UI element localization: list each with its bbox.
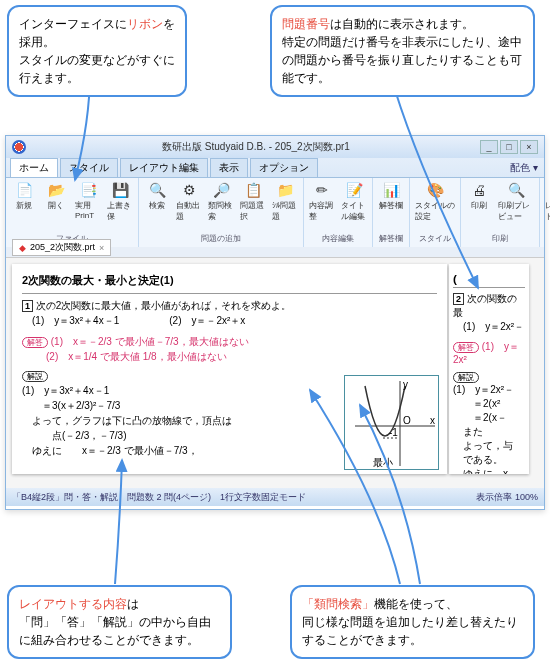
answer-button[interactable]: 📊解答欄 bbox=[376, 180, 406, 212]
tab-option[interactable]: オプション bbox=[250, 158, 318, 177]
app-window: 数研出版 Studyaid D.B. - 205_2次関数.pr1 _ □ × … bbox=[5, 135, 545, 510]
callout-ribbon: インターフェイスにリボンを採用。 スタイルの変更などがすぐに行えます。 bbox=[7, 5, 187, 97]
page-title: 2次関数の最大・最小と決定(1) bbox=[22, 272, 437, 289]
fileq-button[interactable]: 📁ｼﾙ問題題 bbox=[270, 180, 300, 223]
status-zoom[interactable]: 表示倍率 100% bbox=[476, 491, 538, 504]
svg-text:最小: 最小 bbox=[373, 457, 393, 468]
callout-similar: 「類問検索」機能を使って、 同じ様な問題を追加したり差し替えたりすることができま… bbox=[290, 585, 535, 659]
graph: O y x -1 最小 bbox=[344, 375, 439, 470]
ribbon-group-answer: 📊解答欄 解答欄 bbox=[373, 178, 410, 247]
edit-icon: ✏ bbox=[313, 181, 331, 199]
page-2[interactable]: ( 2 次の関数の最 (1) y＝2x²－ 解答 (1) y＝2x² 解説 (1… bbox=[449, 264, 529, 474]
doc-icon: ◆ bbox=[19, 243, 26, 253]
style-set-button[interactable]: 🎨スタイルの設定 bbox=[413, 180, 457, 223]
maximize-button[interactable]: □ bbox=[500, 140, 518, 154]
answer-label: 解答 bbox=[22, 337, 48, 348]
edit-content-button[interactable]: ✏内容調整 bbox=[307, 180, 337, 223]
ribbon-group-add: 🔍検索 ⚙自動出題 🔎類問検索 📋問題選択 📁ｼﾙ問題題 問題の追加 bbox=[139, 178, 304, 247]
tab-view[interactable]: 表示 bbox=[210, 158, 248, 177]
answer-icon: 📊 bbox=[382, 181, 400, 199]
ribbon-group-edit: ✏内容調整 📝タイトル編集 内容編集 bbox=[304, 178, 373, 247]
question-number-2: 2 bbox=[453, 293, 464, 305]
preview-button[interactable]: 🔍印刷プレビュー bbox=[496, 180, 536, 223]
open-button[interactable]: 📂開く bbox=[41, 180, 71, 212]
titlebar: 数研出版 Studyaid D.B. - 205_2次関数.pr1 _ □ × bbox=[6, 136, 544, 158]
style-icon: 🎨 bbox=[426, 181, 444, 199]
layout-button[interactable]: ▦レイアウト調 bbox=[543, 180, 550, 223]
title-edit-button[interactable]: 📝タイトル編集 bbox=[339, 180, 369, 223]
open-icon: 📂 bbox=[47, 181, 65, 199]
save-button[interactable]: 💾上書き保 bbox=[105, 180, 135, 223]
printer-icon: 🖨 bbox=[470, 181, 488, 199]
ribbon-group-style: 🎨スタイルの設定 スタイル bbox=[410, 178, 461, 247]
tab-layout[interactable]: レイアウト編集 bbox=[120, 158, 208, 177]
svg-text:-1: -1 bbox=[389, 427, 398, 438]
close-button[interactable]: × bbox=[520, 140, 538, 154]
tab-home[interactable]: ホーム bbox=[10, 158, 58, 177]
svg-text:O: O bbox=[403, 415, 411, 426]
preview-icon: 🔍 bbox=[507, 181, 525, 199]
print-t-icon: 📑 bbox=[79, 181, 97, 199]
svg-text:x: x bbox=[430, 415, 435, 426]
workspace[interactable]: 2次関数の最大・最小と決定(1) 1 次の2次関数に最大値，最小値があれば，それ… bbox=[6, 258, 544, 488]
ribbon-group-file: 📄新規 📂開く 📑実用PrinT 💾上書き保 ファイル bbox=[6, 178, 139, 247]
window-title: 数研出版 Studyaid D.B. - 205_2次関数.pr1 bbox=[32, 140, 480, 154]
new-button[interactable]: 📄新規 bbox=[9, 180, 39, 212]
svg-text:y: y bbox=[403, 379, 408, 390]
select-icon: 📋 bbox=[244, 181, 262, 199]
status-bar: 「B4縦2段」問・答・解説 問題数 2 問(4ページ) 1行文字数固定モード 表… bbox=[6, 488, 544, 506]
app-logo-icon bbox=[12, 140, 26, 154]
new-icon: 📄 bbox=[15, 181, 33, 199]
ribbon-group-print: 🖨印刷 🔍印刷プレビュー 印刷 bbox=[461, 178, 540, 247]
fileq-icon: 📁 bbox=[276, 181, 294, 199]
tab-style[interactable]: スタイル bbox=[60, 158, 118, 177]
tab-close-button[interactable]: × bbox=[99, 243, 104, 253]
question-number-1: 1 bbox=[22, 300, 33, 312]
search-button[interactable]: 🔍検索 bbox=[142, 180, 172, 212]
minimize-button[interactable]: _ bbox=[480, 140, 498, 154]
similar-button[interactable]: 🔎類問検索 bbox=[206, 180, 236, 223]
explanation-label: 解説 bbox=[22, 371, 48, 382]
title-icon: 📝 bbox=[345, 181, 363, 199]
callout-qnum: 問題番号は自動的に表示されます。 特定の問題だけ番号を非表示にしたり、途中の問題… bbox=[270, 5, 535, 97]
auto-icon: ⚙ bbox=[180, 181, 198, 199]
save-icon: 💾 bbox=[111, 181, 129, 199]
status-left: 「B4縦2段」問・答・解説 問題数 2 問(4ページ) 1行文字数固定モード bbox=[12, 491, 306, 504]
select-button[interactable]: 📋問題選択 bbox=[238, 180, 268, 223]
ribbon-group-view: ▦レイアウト調 🔎表示倍率100% 表示 bbox=[540, 178, 550, 247]
print-t-button[interactable]: 📑実用PrinT bbox=[73, 180, 103, 221]
similar-icon: 🔎 bbox=[212, 181, 230, 199]
search-icon: 🔍 bbox=[148, 181, 166, 199]
ribbon-tabs: ホーム スタイル レイアウト編集 表示 オプション 配色 ▾ bbox=[6, 158, 544, 177]
ribbon: ホーム スタイル レイアウト編集 表示 オプション 配色 ▾ 📄新規 📂開く 📑… bbox=[6, 158, 544, 238]
palette-dropdown[interactable]: 配色 ▾ bbox=[504, 159, 544, 177]
callout-layout: レイアウトする内容は 「問」「答」「解説」の中から自由に組み合わせることができま… bbox=[7, 585, 232, 659]
document-tab[interactable]: ◆ 205_2次関数.prt × bbox=[12, 239, 111, 256]
auto-button[interactable]: ⚙自動出題 bbox=[174, 180, 204, 223]
print-button[interactable]: 🖨印刷 bbox=[464, 180, 494, 212]
page-1[interactable]: 2次関数の最大・最小と決定(1) 1 次の2次関数に最大値，最小値があれば，それ… bbox=[12, 264, 447, 474]
